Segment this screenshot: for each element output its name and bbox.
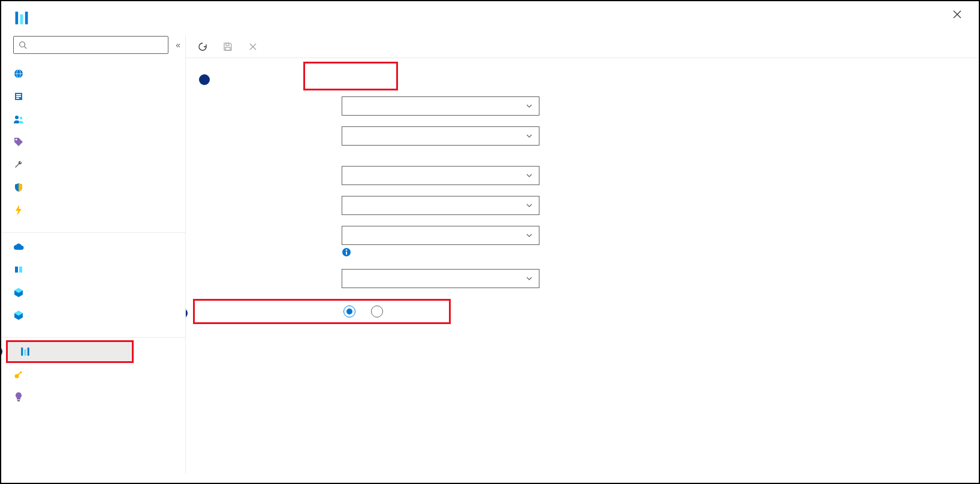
search-icon [19,41,27,49]
row-stack [198,96,967,116]
svg-rect-9 [16,94,21,95]
collapse-sidebar-button[interactable]: « [176,40,180,50]
sidebar-item-activity-log[interactable] [1,85,185,108]
refresh-icon [198,42,207,52]
radio-websockets-on[interactable] [343,305,360,317]
iam-icon [13,114,24,125]
sidebar-item-security[interactable] [1,176,185,199]
svg-point-14 [16,139,17,141]
globe-icon [13,68,24,79]
row-framework [198,126,967,146]
row-web-sockets [193,299,451,324]
toolbar [186,36,979,58]
svg-rect-1 [20,14,23,24]
svg-rect-16 [19,267,22,273]
svg-rect-0 [16,12,19,25]
sidebar-item-app-insights[interactable] [1,386,185,409]
ftp-info-note [342,247,967,257]
search-input[interactable] [31,41,163,50]
websockets-radio-group [343,305,388,317]
box-icon [13,310,24,320]
sidebar: « [1,36,186,473]
sidebar-item-configuration[interactable] [6,340,134,363]
svg-point-28 [346,249,347,250]
bars-icon [20,346,31,357]
callout-box-2 [303,62,398,90]
select-http-version[interactable] [342,269,539,288]
sidebar-item-diagnose[interactable] [1,153,185,176]
slots-icon [13,264,24,275]
row-pipeline [198,196,967,215]
bulb-icon [13,392,24,403]
discard-button[interactable] [248,42,263,52]
select-stack[interactable] [342,96,539,116]
svg-rect-15 [15,267,18,273]
refresh-button[interactable] [198,42,212,52]
chevron-down-icon [526,102,533,110]
radio-websockets-off[interactable] [371,305,388,317]
save-button[interactable] [223,42,237,52]
svg-line-4 [25,47,27,49]
svg-rect-19 [28,347,29,356]
discard-icon [248,42,258,52]
chevron-down-icon [526,132,533,140]
sidebar-search[interactable] [13,36,168,54]
row-http-version [198,269,967,288]
row-platform [198,166,967,185]
cloud-icon [13,241,24,252]
sidebar-item-quickstart[interactable] [1,235,185,258]
svg-rect-17 [21,347,23,356]
svg-point-12 [15,116,19,119]
box-icon [13,287,24,298]
key-icon [13,369,24,380]
row-ftp [198,226,967,245]
select-pipeline[interactable] [342,196,539,215]
info-icon [342,247,351,257]
chevron-down-icon [526,275,533,282]
chevron-down-icon [526,232,533,239]
shield-icon [13,182,24,193]
sidebar-item-auth[interactable] [1,363,185,386]
svg-rect-25 [225,47,230,50]
svg-rect-2 [25,12,28,25]
svg-point-3 [20,42,25,47]
close-button[interactable] [948,7,967,22]
svg-rect-27 [346,252,347,255]
tag-icon [13,137,24,147]
sidebar-item-access-control[interactable] [1,108,185,131]
app-icon [13,10,30,26]
chevron-down-icon [526,172,533,179]
sidebar-item-deployment-center-preview[interactable] [1,304,185,326]
select-ftp-state[interactable] [342,226,539,245]
sidebar-item-deployment-slots[interactable] [1,258,185,281]
svg-rect-24 [226,43,229,46]
wrench-icon [13,159,24,170]
save-icon [223,42,233,52]
callout-badge-2 [199,74,210,85]
svg-rect-23 [17,400,20,401]
sidebar-group-deployment [1,222,185,233]
callout-badge-3 [186,308,188,319]
sidebar-item-deployment-center[interactable] [1,281,185,304]
select-platform[interactable] [342,166,539,185]
svg-rect-11 [16,98,19,99]
sidebar-group-settings [1,326,185,338]
sidebar-item-overview[interactable] [1,62,185,85]
tabs [186,58,979,82]
bolt-icon [13,205,24,216]
svg-rect-10 [16,96,21,97]
select-framework[interactable] [342,126,539,146]
svg-point-13 [20,117,22,119]
log-icon [13,91,24,102]
main-content [186,36,979,473]
sidebar-item-tags[interactable] [1,131,185,153]
callout-badge-1 [1,346,2,357]
svg-rect-18 [25,349,26,356]
page-header [1,1,979,36]
chevron-down-icon [526,202,533,209]
sidebar-item-events[interactable] [1,199,185,222]
sidebar-nav[interactable] [1,59,185,473]
